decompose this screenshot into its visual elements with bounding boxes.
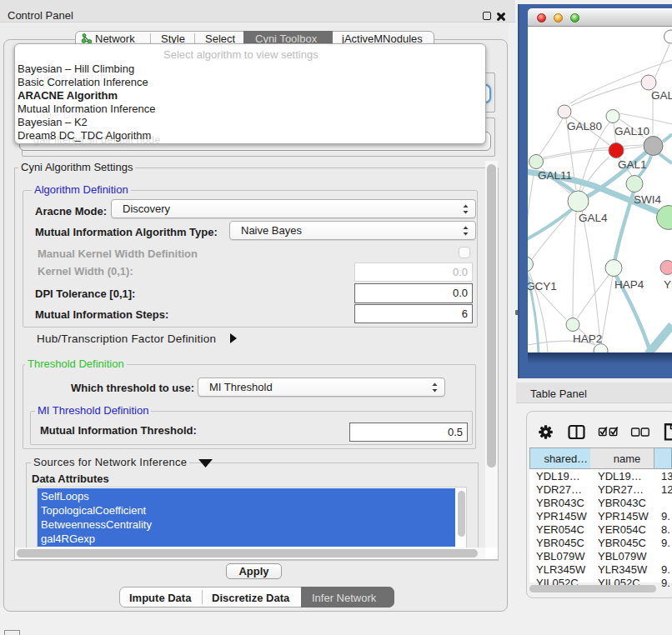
svg-text:GAL80: GAL80 xyxy=(567,120,602,132)
svg-text:HAP4: HAP4 xyxy=(614,278,644,291)
svg-text:GAL2: GAL2 xyxy=(651,89,672,102)
svg-text:GAL10: GAL10 xyxy=(614,125,649,138)
svg-text:GCY1: GCY1 xyxy=(528,280,557,292)
svg-text:HAP2: HAP2 xyxy=(573,332,602,345)
svg-text:GAL11: GAL11 xyxy=(538,169,572,182)
svg-text:SWI4: SWI4 xyxy=(634,193,661,206)
svg-text:GAL1: GAL1 xyxy=(618,158,647,171)
svg-text:YL: YL xyxy=(664,278,672,291)
svg-text:GAL4: GAL4 xyxy=(579,212,608,224)
